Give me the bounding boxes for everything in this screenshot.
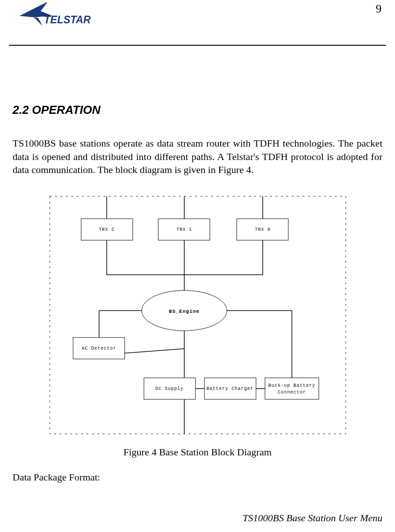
svg-text:Battery Charger: Battery Charger	[206, 386, 253, 391]
svg-text:Buck-up Battery: Buck-up Battery	[268, 383, 315, 388]
block-diagram: TRX 2 TRX 1 TRX 0 BS_Engine AC Detector …	[41, 187, 355, 438]
section-heading: 2.2 OPERATION	[13, 103, 382, 117]
page-content: 2.2 OPERATION TS1000BS base stations ope…	[0, 45, 395, 483]
data-package-format-heading: Data Package Format:	[13, 471, 382, 483]
header-divider	[9, 45, 386, 46]
svg-text:TRX 2: TRX 2	[99, 227, 114, 232]
telstar-logo: TELSTAR	[18, 0, 99, 33]
svg-line-22	[125, 349, 184, 353]
svg-text:BS_Engine: BS_Engine	[169, 309, 199, 314]
page-footer: TS1000BS Base Station User Menu	[243, 512, 382, 524]
svg-text:TELSTAR: TELSTAR	[44, 14, 91, 26]
svg-text:TRX 0: TRX 0	[255, 227, 270, 232]
svg-text:AC Detector: AC Detector	[82, 346, 116, 351]
svg-text:Connector: Connector	[278, 390, 306, 395]
svg-text:TRX 1: TRX 1	[176, 227, 192, 232]
page-header: TELSTAR 9	[0, 0, 395, 45]
section-paragraph: TS1000BS base stations operate as data s…	[13, 137, 382, 177]
page-number: 9	[376, 2, 382, 16]
figure-caption: Figure 4 Base Station Block Diagram	[13, 446, 382, 458]
svg-rect-30	[265, 378, 319, 399]
svg-text:DC Supply: DC Supply	[155, 386, 183, 391]
